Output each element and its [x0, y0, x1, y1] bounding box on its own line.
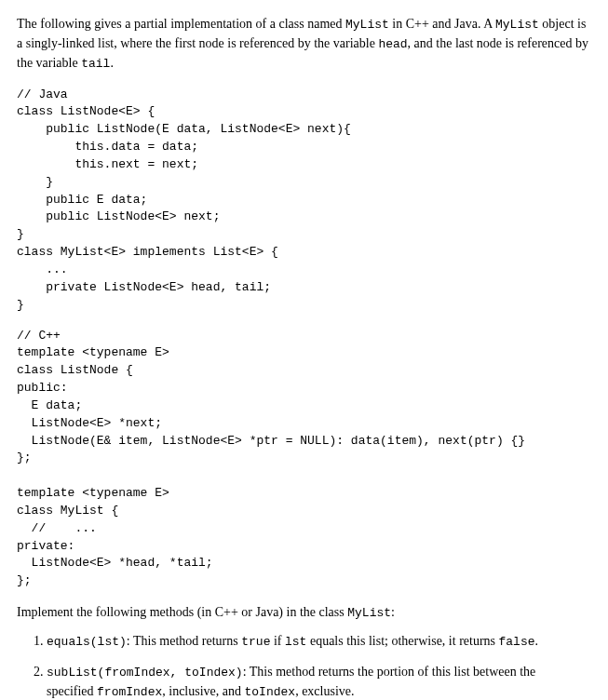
instruction-text: :: [391, 605, 395, 619]
cpp-code-block: // C++ template <typename E> class ListN…: [17, 328, 591, 591]
code-toindex: toIndex: [245, 685, 296, 699]
code-mylist: MyList: [495, 18, 539, 32]
code-mylist: MyList: [347, 606, 391, 620]
code-mylist: MyList: [345, 18, 389, 32]
method-desc: if: [270, 634, 285, 648]
code-fromindex: fromIndex: [97, 685, 162, 699]
list-item: equals(lst): This method returns true if…: [47, 632, 591, 652]
instruction-paragraph: Implement the following methods (in C++ …: [17, 603, 591, 623]
method-desc: , exclusive.: [295, 684, 354, 698]
intro-text: The following gives a partial implementa…: [17, 17, 345, 31]
method-desc: , inclusive, and: [162, 684, 244, 698]
code-lst: lst: [285, 635, 306, 649]
code-false: false: [499, 635, 535, 649]
intro-text: .: [110, 56, 114, 70]
java-code-block: // Java class ListNode<E> { public ListN…: [17, 87, 591, 315]
instruction-text: Implement the following methods (in C++ …: [17, 605, 347, 619]
intro-paragraph: The following gives a partial implementa…: [17, 15, 591, 74]
method-signature: equals(lst): [47, 635, 127, 649]
method-desc: : This method returns: [127, 634, 241, 648]
method-desc: equals this list; otherwise, it returns: [306, 634, 498, 648]
code-head: head: [378, 37, 407, 51]
code-true: true: [241, 635, 270, 649]
code-tail: tail: [81, 57, 110, 71]
methods-list: equals(lst): This method returns true if…: [17, 632, 591, 700]
method-signature: subList(fromIndex, toIndex): [47, 666, 243, 680]
intro-text: in C++ and Java. A: [389, 17, 495, 31]
list-item: subList(fromIndex, toIndex): This method…: [47, 663, 591, 700]
method-desc: .: [535, 634, 539, 648]
